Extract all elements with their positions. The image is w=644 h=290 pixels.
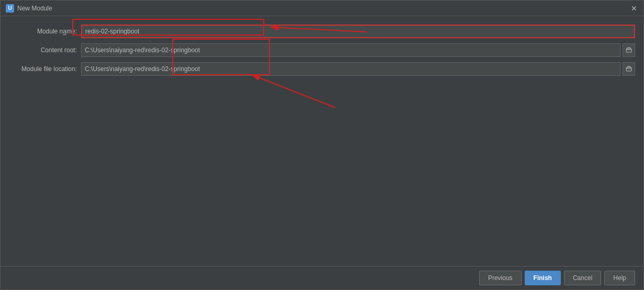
module-name-input[interactable] [81,25,635,38]
module-file-location-row: Module file location: [9,62,635,76]
content-root-browse-button[interactable] [623,43,635,57]
module-name-label: Module name: [9,28,77,35]
app-icon: U [6,4,14,13]
title-bar-left: U New Module [6,4,52,13]
close-button[interactable]: ✕ [630,4,638,13]
content-root-label: Content root: [9,47,77,54]
module-file-location-label: Module file location: [9,65,77,73]
module-file-input-container [81,62,635,76]
module-file-location-input[interactable] [81,62,620,76]
new-module-dialog: U New Module ✕ Module name: Content root… [0,0,644,290]
title-bar: U New Module ✕ [1,1,643,16]
module-name-input-container [81,25,635,38]
svg-rect-0 [626,49,631,52]
cancel-button[interactable]: Cancel [564,271,601,285]
module-name-row: Module name: [9,25,635,38]
content-root-input-container [81,43,635,57]
dialog-title: New Module [17,5,52,12]
module-file-browse-button[interactable] [623,62,635,76]
content-root-row: Content root: [9,43,635,57]
content-area: Module name: Content root: [1,16,643,266]
svg-line-6 [252,75,335,108]
svg-rect-1 [626,67,631,71]
content-root-input[interactable] [81,43,620,57]
finish-button[interactable]: Finish [525,271,561,285]
help-button[interactable]: Help [604,271,635,285]
previous-button[interactable]: Previous [479,271,522,285]
dialog-footer: Previous Finish Cancel Help [1,266,643,289]
